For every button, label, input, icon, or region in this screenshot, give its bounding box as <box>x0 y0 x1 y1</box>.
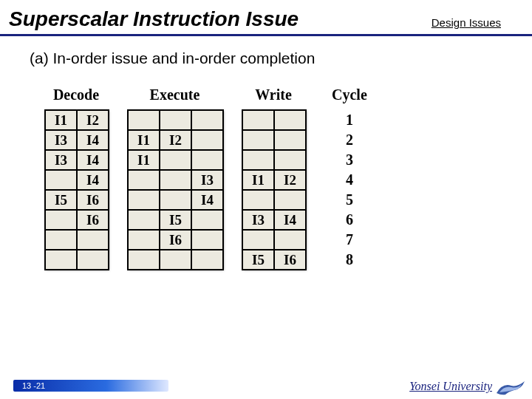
execute-cell: I5 <box>159 209 192 231</box>
execute-cell: I3 <box>191 169 224 191</box>
stage-header-decode: Decode <box>53 86 99 104</box>
pipeline-diagram: Decode I1I3I3I5 I2I4I4I4I6I6 Execute I1I… <box>44 86 532 269</box>
section-label: Design Issues <box>432 16 501 29</box>
execute-cell <box>159 169 192 191</box>
decode-cell <box>44 169 78 191</box>
decode-grid: I1I3I3I5 I2I4I4I4I6I6 <box>44 109 108 269</box>
execute-cell <box>159 109 192 131</box>
write-cell <box>242 229 275 250</box>
write-cell <box>273 109 307 131</box>
cycle-column: Cycle 12345678 <box>332 86 367 269</box>
decode-cell: I6 <box>76 209 109 231</box>
execute-cell <box>191 229 224 250</box>
cycle-value: 7 <box>335 229 364 250</box>
cycle-value: 2 <box>335 129 364 151</box>
decode-cell <box>44 209 78 231</box>
decode-cell: I4 <box>76 129 109 151</box>
write-cell <box>242 149 275 171</box>
decode-cell <box>76 249 109 270</box>
write-grid: I1I3I5 I2I4I6 <box>242 109 305 269</box>
execute-cell: I2 <box>159 129 192 151</box>
decode-cell: I3 <box>44 149 78 171</box>
execute-cell <box>127 169 160 191</box>
write-cell: I1 <box>242 169 275 191</box>
execute-cell <box>127 109 160 131</box>
decode-cell: I4 <box>76 149 109 171</box>
execute-cell <box>159 149 192 171</box>
execute-cell: I1 <box>127 129 160 151</box>
write-cell <box>242 189 275 211</box>
stage-decode: Decode I1I3I3I5 I2I4I4I4I6I6 <box>44 86 108 269</box>
decode-cell: I4 <box>76 169 109 191</box>
slide-title: Superscalar Instruction Issue <box>9 7 299 31</box>
execute-cell <box>159 249 192 270</box>
execute-cell <box>191 149 224 171</box>
write-cell <box>242 129 275 151</box>
stage-header-write: Write <box>255 86 292 104</box>
execute-cell <box>127 229 160 250</box>
write-cell: I4 <box>273 209 307 231</box>
write-cell: I6 <box>273 249 307 270</box>
cycle-value: 5 <box>335 189 364 211</box>
stage-header-execute: Execute <box>150 86 200 104</box>
write-cell <box>273 129 307 151</box>
stage-execute: Execute I1I1 I2I5I6 I3I4 <box>127 86 222 269</box>
cycle-value: 8 <box>335 249 364 270</box>
cycle-value: 4 <box>335 169 364 191</box>
decode-cell: I5 <box>44 189 78 211</box>
decode-cell: I3 <box>44 129 78 151</box>
write-cell <box>273 189 307 211</box>
cycle-value: 6 <box>335 209 364 231</box>
write-cell: I2 <box>273 169 307 191</box>
cycle-value: 3 <box>335 149 364 171</box>
write-cell <box>273 149 307 171</box>
page-number: 13 -21 <box>22 381 45 390</box>
cycle-value: 1 <box>335 109 364 131</box>
write-cell <box>242 109 275 131</box>
university-label: Yonsei University <box>409 380 492 393</box>
execute-cell <box>127 209 160 231</box>
execute-cell <box>191 109 224 131</box>
decode-cell: I1 <box>44 109 78 131</box>
execute-cell <box>191 129 224 151</box>
subtitle: (a) In-order issue and in-order completi… <box>0 36 532 67</box>
execute-cell <box>159 189 192 211</box>
decode-cell: I6 <box>76 189 109 211</box>
decode-cell <box>44 229 78 250</box>
execute-cell <box>127 249 160 270</box>
execute-cell <box>191 249 224 270</box>
write-cell <box>273 229 307 250</box>
stage-header-cycle: Cycle <box>332 86 367 104</box>
eagle-logo-icon <box>495 378 526 396</box>
stage-write: Write I1I3I5 I2I4I6 <box>242 86 305 269</box>
decode-cell <box>44 249 78 270</box>
execute-cell: I6 <box>159 229 192 250</box>
write-cell: I3 <box>242 209 275 231</box>
execute-grid: I1I1 I2I5I6 I3I4 <box>127 109 222 269</box>
slide-header: Superscalar Instruction Issue Design Iss… <box>0 0 532 36</box>
decode-cell <box>76 229 109 250</box>
execute-cell <box>191 209 224 231</box>
execute-cell: I4 <box>191 189 224 211</box>
execute-cell: I1 <box>127 149 160 171</box>
slide-footer: 13 -21 Yonsei University <box>0 377 532 399</box>
decode-cell: I2 <box>76 109 109 131</box>
write-cell: I5 <box>242 249 275 270</box>
execute-cell <box>127 189 160 211</box>
